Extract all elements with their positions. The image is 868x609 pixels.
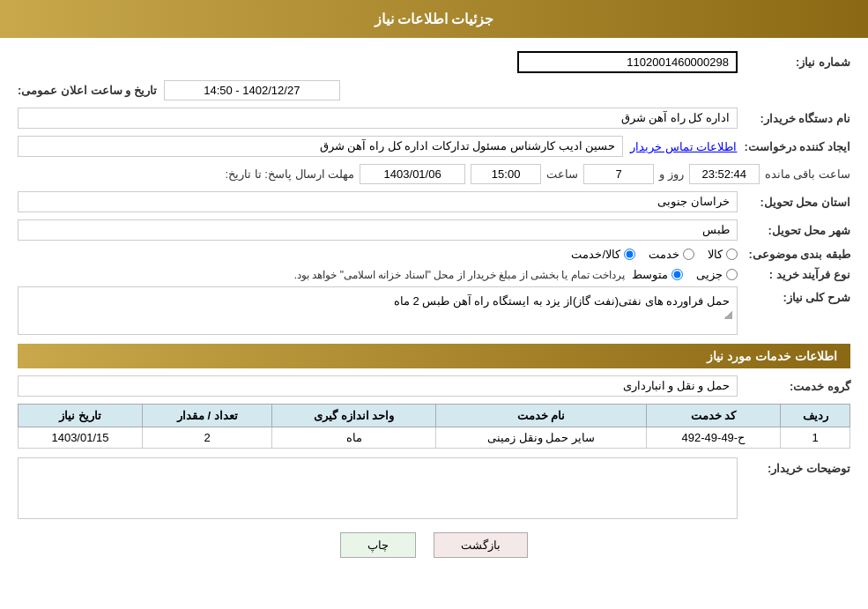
need-desc-value: حمل فراورده های نفتی(نفت گاز)از یزد به ا… — [394, 294, 730, 308]
col-row: ردیف — [781, 405, 850, 427]
need-number-label: شماره نیاز: — [745, 56, 850, 69]
cell-row: 1 — [781, 427, 850, 449]
category-label-kala: کالا — [708, 248, 723, 261]
city-label: شهر محل تحویل: — [745, 224, 850, 237]
creator-name-value: حسین ادیب کارشناس مسئول تدارکات اداره کل… — [18, 136, 623, 157]
category-option-kala: کالا — [708, 248, 738, 261]
creator-contact-link[interactable]: اطلاعات تماس خریدار — [630, 140, 737, 153]
service-group-value: حمل و نقل و انبارداری — [18, 375, 738, 397]
need-number-row: شماره نیاز: 1102001460000298 — [18, 51, 850, 73]
city-row: شهر محل تحویل: طبس — [18, 219, 850, 241]
buyer-dept-label: نام دستگاه خریدار: — [745, 112, 850, 125]
page-header: جزئیات اطلاعات نیاز — [0, 0, 868, 38]
province-row: استان محل تحویل: خراسان جنوبی — [18, 191, 850, 212]
purchase-type-row: نوع فرآیند خرید : جزیی متوسط پرداخت تمام… — [18, 268, 850, 281]
city-value: طبس — [18, 219, 738, 241]
deadline-time-value: 15:00 — [471, 164, 541, 184]
services-section-title: اطلاعات خدمات مورد نیاز — [18, 344, 850, 368]
need-desc-inner: حمل فراورده های نفتی(نفت گاز)از یزد به ا… — [23, 292, 732, 310]
col-service-code: کد خدمت — [646, 405, 780, 427]
buyer-desc-textarea[interactable] — [18, 457, 738, 519]
purchase-radio-motavaset[interactable] — [671, 269, 683, 280]
services-table: ردیف کد خدمت نام خدمت واحد اندازه گیری ت… — [18, 404, 850, 449]
col-date: تاریخ نیاز — [19, 405, 143, 427]
category-label-both: کالا/خدمت — [571, 248, 620, 261]
category-option-both: کالا/خدمت — [571, 248, 635, 261]
purchase-type-label: نوع فرآیند خرید : — [745, 268, 850, 281]
category-label: طبقه بندی موضوعی: — [745, 248, 850, 261]
deadline-remaining-label: ساعت باقی مانده — [765, 167, 850, 181]
buyer-dept-row: نام دستگاه خریدار: اداره کل راه آهن شرق — [18, 108, 850, 129]
category-radio-khedmat[interactable] — [683, 249, 694, 260]
service-group-label: گروه خدمت: — [745, 380, 850, 393]
province-value: خراسان جنوبی — [18, 191, 738, 212]
resize-handle — [723, 310, 732, 319]
cell-unit: ماه — [272, 427, 436, 449]
deadline-date-value: 1403/01/06 — [360, 164, 465, 184]
page-container: جزئیات اطلاعات نیاز شماره نیاز: 11020014… — [0, 0, 868, 609]
purchase-desc: پرداخت تمام یا بخشی از مبلغ خریدار از مح… — [294, 269, 625, 281]
purchase-radio-group: جزیی متوسط — [632, 268, 738, 281]
creator-label: ایجاد کننده درخواست: — [744, 140, 850, 153]
purchase-label-jozi: جزیی — [696, 268, 723, 281]
deadline-days-value: 7 — [583, 164, 654, 184]
creator-row: ایجاد کننده درخواست: اطلاعات تماس خریدار… — [18, 136, 850, 157]
deadline-row: ساعت باقی مانده 23:52:44 روز و 7 ساعت 15… — [18, 164, 850, 184]
col-unit: واحد اندازه گیری — [272, 405, 436, 427]
col-quantity: تعداد / مقدار — [143, 405, 272, 427]
purchase-label-motavaset: متوسط — [632, 268, 668, 281]
category-option-khedmat: خدمت — [649, 248, 694, 261]
deadline-time-label: ساعت — [546, 167, 578, 181]
main-content: شماره نیاز: 1102001460000298 1402/12/27 … — [0, 38, 868, 589]
buyer-desc-label: توضیحات خریدار: — [745, 457, 850, 475]
category-radio-group: کالا خدمت کالا/خدمت — [571, 248, 738, 261]
cell-service-name: سایر حمل ونقل زمینی — [436, 427, 646, 449]
province-label: استان محل تحویل: — [745, 196, 850, 209]
buyer-dept-value: اداره کل راه آهن شرق — [18, 108, 738, 129]
service-group-row: گروه خدمت: حمل و نقل و انبارداری — [18, 375, 850, 397]
need-desc-label: شرح کلی نیاز: — [745, 286, 850, 304]
deadline-day-label: روز و — [659, 167, 684, 181]
need-number-value: 1102001460000298 — [517, 51, 738, 73]
announce-date-row: 1402/12/27 - 14:50 تاریخ و ساعت اعلان عم… — [18, 80, 850, 100]
buyer-desc-row: توضیحات خریدار: — [18, 457, 850, 519]
announce-date-value: 1402/12/27 - 14:50 — [164, 80, 340, 100]
purchase-option-motavaset: متوسط — [632, 268, 683, 281]
category-label-khedmat: خدمت — [649, 248, 679, 261]
page-title: جزئیات اطلاعات نیاز — [375, 11, 494, 26]
footer-buttons: بازگشت چاپ — [18, 532, 850, 576]
purchase-radio-jozi[interactable] — [726, 269, 738, 280]
category-radio-kala[interactable] — [726, 249, 738, 260]
print-button[interactable]: چاپ — [340, 532, 416, 558]
table-row: 1 ح-49-49-492 سایر حمل ونقل زمینی ماه 2 … — [19, 427, 850, 449]
need-desc-row: شرح کلی نیاز: حمل فراورده های نفتی(نفت گ… — [18, 286, 850, 335]
col-service-name: نام خدمت — [436, 405, 646, 427]
deadline-label: مهلت ارسال پاسخ: تا تاریخ: — [225, 167, 354, 181]
announce-date-label: تاریخ و ساعت اعلان عمومی: — [18, 84, 157, 97]
table-header-row: ردیف کد خدمت نام خدمت واحد اندازه گیری ت… — [19, 405, 850, 427]
category-row: طبقه بندی موضوعی: کالا خدمت کالا/خدمت — [18, 248, 850, 261]
purchase-option-jozi: جزیی — [696, 268, 738, 281]
cell-service-code: ح-49-49-492 — [646, 427, 780, 449]
back-button[interactable]: بازگشت — [434, 532, 528, 558]
deadline-remaining-value: 23:52:44 — [689, 164, 760, 184]
category-radio-both[interactable] — [624, 249, 635, 260]
cell-quantity: 2 — [143, 427, 272, 449]
cell-date: 1403/01/15 — [19, 427, 143, 449]
need-desc-box: حمل فراورده های نفتی(نفت گاز)از یزد به ا… — [18, 286, 738, 335]
